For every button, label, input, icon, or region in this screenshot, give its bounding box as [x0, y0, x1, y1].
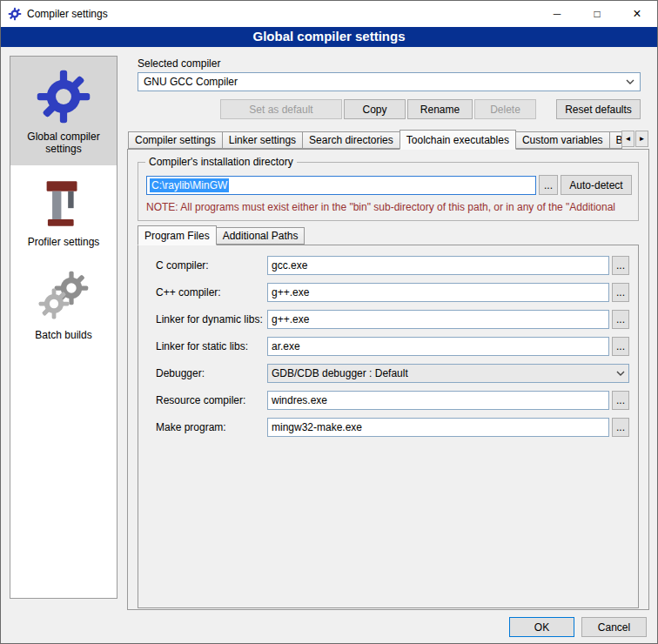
debugger-label: Debugger:	[156, 367, 267, 379]
tab-search-directories[interactable]: Search directories	[302, 131, 400, 149]
blue-gear-icon	[35, 68, 92, 125]
arrow-right-icon: ►	[639, 135, 646, 143]
window-title: Compiler settings	[27, 8, 108, 20]
toolchain-executables-panel: Compiler's installation directory C:\ray…	[127, 149, 649, 610]
compiler-settings-window: Compiler settings ─ □ × Global compiler …	[0, 0, 658, 644]
dialog-body: Global compiler settings Profiler settin…	[1, 47, 657, 643]
static-linker-browse-button[interactable]: ...	[612, 337, 629, 356]
field-row-resource-compiler: Resource compiler: windres.exe ...	[156, 391, 629, 410]
installation-directory-row: C:\raylib\MinGW ... Auto-detect	[146, 175, 632, 195]
main-panel: Selected compiler GNU GCC Compiler Set a…	[127, 47, 649, 643]
installation-directory-label: Compiler's installation directory	[145, 156, 297, 168]
app-icon	[8, 7, 22, 21]
cpp-compiler-label: C++ compiler:	[156, 286, 267, 299]
resource-compiler-input[interactable]: windres.exe	[267, 391, 609, 410]
sidebar-item-label: Batch builds	[35, 329, 91, 341]
sidebar-item-global-compiler-settings[interactable]: Global compiler settings	[10, 57, 117, 165]
make-program-browse-button[interactable]: ...	[612, 418, 629, 437]
program-files-tab-bar: Program Files Additional Paths	[138, 225, 304, 245]
field-row-c-compiler: C compiler: gcc.exe ...	[156, 256, 629, 275]
dynamic-linker-label: Linker for dynamic libs:	[156, 313, 267, 325]
field-row-debugger: Debugger: GDB/CDB debugger : Default	[156, 364, 629, 383]
tab-compiler-settings[interactable]: Compiler settings	[128, 131, 223, 149]
titlebar: Compiler settings ─ □ ×	[1, 1, 657, 27]
c-compiler-label: C compiler:	[156, 259, 267, 272]
sidebar-item-label: Global compiler settings	[14, 131, 113, 155]
field-row-static-linker: Linker for static libs: ar.exe ...	[156, 337, 629, 356]
sidebar-item-label: Profiler settings	[28, 236, 100, 248]
bin-subdirectory-note: NOTE: All programs must exist either in …	[146, 201, 637, 213]
tab-scroll-right-button[interactable]: ►	[635, 131, 648, 147]
set-as-default-button[interactable]: Set as default	[220, 99, 342, 119]
static-linker-input[interactable]: ar.exe	[267, 337, 609, 356]
dynamic-linker-input[interactable]: g++.exe	[267, 310, 609, 329]
close-button[interactable]: ×	[617, 1, 657, 27]
c-compiler-input[interactable]: gcc.exe	[267, 256, 609, 275]
sidebar-item-batch-builds[interactable]: Batch builds	[10, 258, 117, 352]
debugger-dropdown[interactable]: GDB/CDB debugger : Default	[267, 364, 629, 383]
chevron-down-icon	[616, 371, 625, 376]
settings-tab-bar: Compiler settings Linker settings Search…	[128, 129, 648, 149]
delete-button[interactable]: Delete	[474, 99, 536, 119]
cpp-compiler-input[interactable]: g++.exe	[267, 283, 609, 302]
arrow-left-icon: ◄	[625, 135, 632, 143]
selected-compiler-value: GNU GCC Compiler	[144, 76, 238, 88]
debugger-value: GDB/CDB debugger : Default	[272, 367, 408, 379]
field-row-make-program: Make program: mingw32-make.exe ...	[156, 418, 629, 437]
rename-button[interactable]: Rename	[407, 99, 473, 119]
auto-detect-button[interactable]: Auto-detect	[561, 175, 632, 195]
maximize-button[interactable]: □	[577, 1, 617, 27]
c-compiler-browse-button[interactable]: ...	[612, 256, 629, 275]
static-linker-label: Linker for static libs:	[156, 340, 267, 352]
compiler-action-buttons: Set as default Copy Rename Delete Reset …	[138, 99, 641, 119]
reset-defaults-button[interactable]: Reset defaults	[556, 99, 641, 119]
cpp-compiler-browse-button[interactable]: ...	[612, 283, 629, 302]
installation-directory-value: C:\raylib\MinGW	[150, 178, 229, 192]
dynamic-linker-browse-button[interactable]: ...	[612, 310, 629, 329]
field-row-dynamic-linker: Linker for dynamic libs: g++.exe ...	[156, 310, 629, 329]
ok-button[interactable]: OK	[509, 617, 574, 637]
tab-toolchain-executables[interactable]: Toolchain executables	[400, 130, 516, 150]
tab-custom-variables[interactable]: Custom variables	[515, 131, 610, 149]
tab-scroll-left-button[interactable]: ◄	[621, 131, 634, 147]
minimize-button[interactable]: ─	[537, 1, 577, 27]
settings-category-sidebar: Global compiler settings Profiler settin…	[10, 56, 118, 599]
selected-compiler-dropdown[interactable]: GNU GCC Compiler	[138, 72, 641, 91]
resource-compiler-label: Resource compiler:	[156, 394, 267, 406]
make-program-input[interactable]: mingw32-make.exe	[267, 418, 609, 437]
sidebar-item-profiler-settings[interactable]: Profiler settings	[10, 165, 117, 258]
resource-compiler-browse-button[interactable]: ...	[612, 391, 629, 410]
tab-scroll-buttons: ◄ ►	[621, 131, 648, 147]
installation-directory-input[interactable]: C:\raylib\MinGW	[146, 176, 536, 195]
tab-program-files[interactable]: Program Files	[138, 225, 217, 245]
installation-directory-group: Compiler's installation directory C:\ray…	[138, 162, 639, 221]
tab-build-options-truncated[interactable]: Buil	[609, 131, 622, 149]
copy-button[interactable]: Copy	[344, 99, 406, 119]
field-row-cpp-compiler: C++ compiler: g++.exe ...	[156, 283, 629, 302]
installation-directory-browse-button[interactable]: ...	[539, 175, 558, 195]
chevron-down-icon	[626, 79, 634, 84]
make-program-label: Make program:	[156, 421, 267, 433]
window-controls: ─ □ ×	[537, 1, 657, 27]
selected-compiler-label: Selected compiler	[138, 57, 220, 70]
cancel-button[interactable]: Cancel	[581, 617, 647, 637]
profiler-clamp-icon	[37, 177, 91, 231]
tab-additional-paths[interactable]: Additional Paths	[216, 227, 306, 245]
gray-gears-icon	[36, 270, 91, 324]
page-title: Global compiler settings	[1, 27, 657, 47]
tab-linker-settings[interactable]: Linker settings	[222, 131, 303, 149]
program-files-panel: C compiler: gcc.exe ... C++ compiler: g+…	[138, 245, 639, 608]
